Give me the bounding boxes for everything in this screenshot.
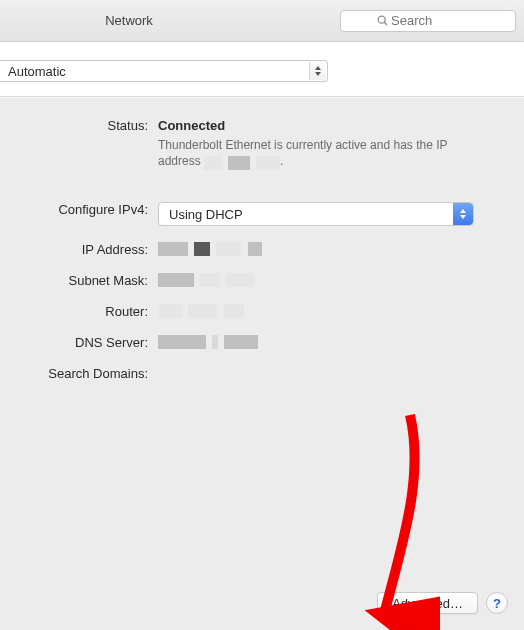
location-bar: Automatic	[0, 42, 524, 96]
search-field-wrap	[340, 10, 516, 32]
configure-ipv4-value: Using DHCP	[158, 200, 506, 226]
location-select[interactable]: Automatic	[0, 60, 328, 82]
status-desc-prefix: Thunderbolt Ethernet is currently active…	[158, 138, 447, 168]
help-icon: ?	[493, 596, 501, 611]
updown-icon	[453, 203, 473, 225]
network-panel: Status: Connected Thunderbolt Ethernet i…	[0, 98, 524, 630]
search-input[interactable]	[340, 10, 516, 32]
ip-address-label: IP Address:	[18, 240, 158, 257]
ip-address-row: IP Address:	[18, 240, 506, 257]
status-value-block: Connected Thunderbolt Ethernet is curren…	[158, 116, 506, 170]
router-row: Router:	[18, 302, 506, 319]
router-value-redacted	[158, 302, 506, 318]
ip-address-value-redacted	[158, 240, 506, 256]
dns-server-row: DNS Server:	[18, 333, 506, 350]
page-title: Network	[0, 13, 198, 28]
dns-server-label: DNS Server:	[18, 333, 158, 350]
spacer	[18, 186, 506, 200]
configure-ipv4-select[interactable]: Using DHCP	[158, 202, 474, 226]
configure-ipv4-selected: Using DHCP	[169, 207, 243, 222]
subnet-mask-value-redacted	[158, 271, 506, 287]
svg-line-1	[384, 22, 387, 25]
subnet-mask-row: Subnet Mask:	[18, 271, 506, 288]
svg-point-0	[378, 16, 385, 23]
status-value: Connected	[158, 118, 506, 133]
configure-ipv4-row: Configure IPv4: Using DHCP	[18, 200, 506, 226]
status-ip-redacted	[204, 154, 280, 170]
status-description: Thunderbolt Ethernet is currently active…	[158, 137, 458, 170]
search-domains-value	[158, 364, 506, 366]
advanced-button[interactable]: Advanced…	[377, 592, 478, 614]
dns-server-value-redacted	[158, 333, 506, 349]
updown-icon	[309, 62, 326, 80]
bottom-bar: Advanced… ?	[377, 592, 508, 614]
location-select-value: Automatic	[8, 64, 66, 79]
status-label: Status:	[18, 116, 158, 133]
window-toolbar: Network	[0, 0, 524, 42]
search-icon	[376, 14, 390, 28]
status-row: Status: Connected Thunderbolt Ethernet i…	[18, 116, 506, 170]
advanced-button-label: Advanced…	[392, 596, 463, 611]
subnet-mask-label: Subnet Mask:	[18, 271, 158, 288]
search-domains-row: Search Domains:	[18, 364, 506, 381]
configure-ipv4-label: Configure IPv4:	[18, 200, 158, 217]
router-label: Router:	[18, 302, 158, 319]
status-desc-suffix: .	[280, 154, 283, 168]
search-domains-label: Search Domains:	[18, 364, 158, 381]
help-button[interactable]: ?	[486, 592, 508, 614]
